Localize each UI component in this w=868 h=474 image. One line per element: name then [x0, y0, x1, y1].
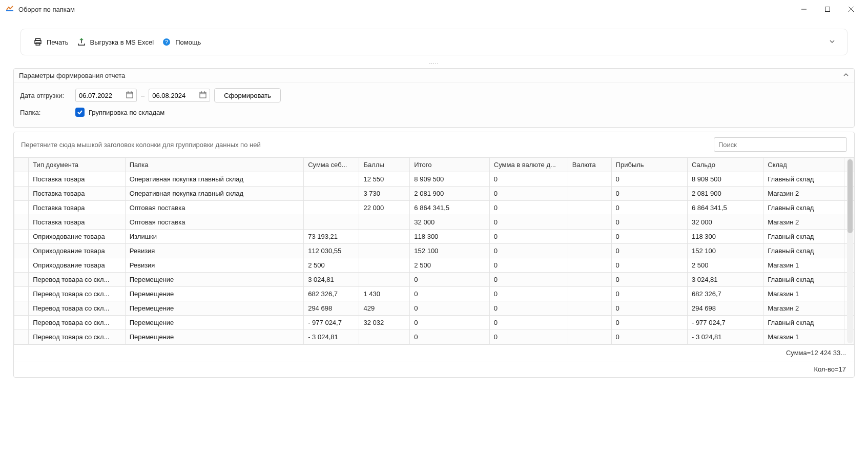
cell-doc: Перевод товара со скл... — [29, 301, 125, 316]
cell-folder: Перемещение — [125, 287, 304, 301]
grid-toolbar: Перетяните сюда мышкой заголовок колонки… — [14, 132, 854, 157]
col-cost[interactable]: Сумма себ... — [304, 158, 359, 172]
table-row[interactable]: Поставка товараОперативная покупка главн… — [14, 172, 854, 187]
row-selector[interactable] — [14, 258, 29, 273]
search-input[interactable] — [714, 137, 847, 152]
col-warehouse[interactable]: Склад — [763, 158, 844, 172]
table-row[interactable]: Оприходование товараИзлишки73 193,21118 … — [14, 230, 854, 244]
table-row[interactable]: Перевод товара со скл...Перемещение294 6… — [14, 301, 854, 316]
calendar-icon[interactable] — [126, 91, 133, 100]
cell-points — [359, 273, 410, 287]
row-selector[interactable] — [14, 201, 29, 215]
cell-currency — [568, 201, 611, 215]
col-total[interactable]: Итого — [410, 158, 489, 172]
params-header: Параметры формирования отчета — [14, 69, 854, 83]
cell-total: 2 500 — [410, 258, 489, 273]
table-row[interactable]: Перевод товара со скл...Перемещение3 024… — [14, 273, 854, 287]
date-to-field[interactable] — [149, 89, 210, 102]
cell-currency — [568, 187, 611, 201]
cell-curr-sum: 0 — [489, 301, 568, 316]
date-from-input[interactable] — [79, 92, 120, 99]
toolbar: Печать Выгрузка в MS Excel ? Помощь — [20, 29, 848, 55]
row-selector[interactable] — [14, 230, 29, 244]
cell-doc: Поставка товара — [29, 187, 125, 201]
cell-total: 0 — [410, 301, 489, 316]
calendar-icon[interactable] — [199, 91, 206, 100]
cell-curr-sum: 0 — [489, 172, 568, 187]
toolbar-expand-button[interactable] — [825, 35, 839, 50]
row-selector[interactable] — [14, 330, 29, 344]
cell-cost: 294 698 — [304, 301, 359, 316]
export-excel-button[interactable]: Выгрузка в MS Excel — [73, 34, 158, 50]
data-grid: Перетяните сюда мышкой заголовок колонки… — [13, 132, 855, 378]
app-icon — [5, 5, 14, 14]
table-row[interactable]: Поставка товараОптовая поставка32 000003… — [14, 215, 854, 230]
export-icon — [77, 37, 86, 47]
row-selector[interactable] — [14, 316, 29, 330]
cell-curr-sum: 0 — [489, 215, 568, 230]
row-selector[interactable] — [14, 244, 29, 258]
cell-folder: Перемещение — [125, 330, 304, 344]
cell-currency — [568, 258, 611, 273]
scroll-thumb[interactable] — [848, 159, 853, 233]
row-selector[interactable] — [14, 215, 29, 230]
col-balance[interactable]: Сальдо — [687, 158, 763, 172]
table-row[interactable]: Перевод товара со скл...Перемещение- 977… — [14, 316, 854, 330]
group-by-warehouse-label: Группировка по складам — [89, 109, 164, 116]
table-row[interactable]: Перевод товара со скл...Перемещение682 3… — [14, 287, 854, 301]
table-row[interactable]: Оприходование товараРевизия2 5002 500002… — [14, 258, 854, 273]
svg-rect-2 — [825, 7, 830, 12]
grid-table: Тип документа Папка Сумма себ... Баллы И… — [14, 157, 854, 344]
date-from-field[interactable] — [75, 89, 137, 102]
minimize-button[interactable] — [792, 2, 816, 17]
table-row[interactable]: Поставка товараОптовая поставка22 0006 8… — [14, 201, 854, 215]
date-range-dash: – — [141, 92, 144, 99]
row-selector[interactable] — [14, 187, 29, 201]
help-label: Помощь — [175, 38, 201, 46]
col-curr-sum[interactable]: Сумма в валюте д... — [489, 158, 568, 172]
splitter-handle[interactable]: ····· — [9, 60, 859, 66]
col-currency[interactable]: Валюта — [568, 158, 611, 172]
row-selector[interactable] — [14, 172, 29, 187]
date-to-input[interactable] — [152, 92, 193, 99]
cell-points — [359, 258, 410, 273]
params-title: Параметры формирования отчета — [19, 72, 125, 79]
params-collapse-button[interactable] — [843, 72, 849, 79]
row-selector[interactable] — [14, 287, 29, 301]
vertical-scrollbar[interactable] — [847, 158, 853, 343]
cell-profit: 0 — [611, 258, 687, 273]
cell-folder: Ревизия — [125, 258, 304, 273]
close-button[interactable] — [839, 2, 863, 17]
row-selector[interactable] — [14, 301, 29, 316]
cell-warehouse: Магазин 1 — [763, 287, 844, 301]
generate-button[interactable]: Сформировать — [214, 88, 281, 102]
print-button[interactable]: Печать — [29, 34, 73, 50]
row-selector[interactable] — [14, 273, 29, 287]
col-folder[interactable]: Папка — [125, 158, 304, 172]
cell-balance: 2 500 — [687, 258, 763, 273]
cell-currency — [568, 230, 611, 244]
cell-profit: 0 — [611, 316, 687, 330]
cell-points — [359, 244, 410, 258]
col-doc-type[interactable]: Тип документа — [29, 158, 125, 172]
cell-total: 8 909 500 — [410, 172, 489, 187]
cell-doc: Оприходование товара — [29, 244, 125, 258]
col-points[interactable]: Баллы — [359, 158, 410, 172]
col-profit[interactable]: Прибыль — [611, 158, 687, 172]
row-selector-header[interactable] — [14, 158, 29, 172]
cell-doc: Перевод товара со скл... — [29, 273, 125, 287]
maximize-button[interactable] — [816, 2, 839, 17]
cell-profit: 0 — [611, 172, 687, 187]
cell-currency — [568, 316, 611, 330]
chevron-down-icon — [829, 39, 836, 47]
help-button[interactable]: ? Помощь — [158, 34, 205, 50]
table-row[interactable]: Оприходование товараРевизия112 030,55152… — [14, 244, 854, 258]
cell-doc: Оприходование товара — [29, 230, 125, 244]
table-row[interactable]: Перевод товара со скл...Перемещение- 3 0… — [14, 330, 854, 344]
cell-cost: 3 024,81 — [304, 273, 359, 287]
cell-currency — [568, 273, 611, 287]
cell-curr-sum: 0 — [489, 187, 568, 201]
table-row[interactable]: Поставка товараОперативная покупка главн… — [14, 187, 854, 201]
cell-profit: 0 — [611, 287, 687, 301]
group-by-warehouse-checkbox[interactable] — [75, 108, 85, 117]
